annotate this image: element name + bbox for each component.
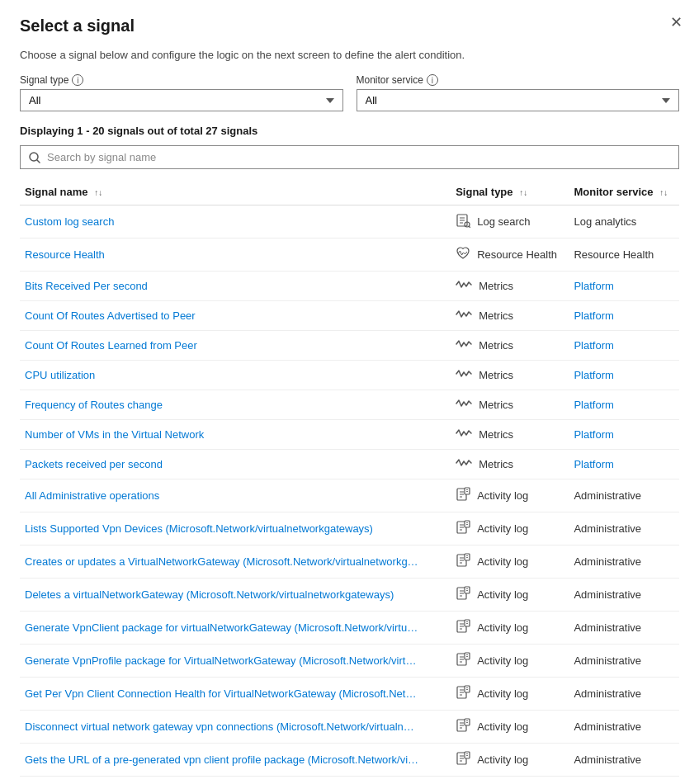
close-button[interactable]: ✕ bbox=[670, 15, 682, 30]
signal-type-cell: Activity log bbox=[451, 479, 569, 512]
signal-type-select[interactable]: All bbox=[20, 89, 343, 111]
monitor-service-cell: Administrative bbox=[569, 744, 679, 777]
signal-type-text: Metrics bbox=[479, 399, 513, 411]
monitor-service-text: Log analytics bbox=[574, 215, 636, 228]
signal-type-text: Log search bbox=[477, 215, 530, 228]
signal-name-link[interactable]: Bits Received Per second bbox=[25, 280, 148, 292]
monitor-service-select[interactable]: All bbox=[357, 89, 680, 111]
signal-name-cell: Count Of Routes Learned from Peer bbox=[20, 331, 451, 361]
signal-name-link[interactable]: Count Of Routes Learned from Peer bbox=[25, 339, 197, 352]
activity-icon bbox=[456, 520, 470, 537]
signal-name-link[interactable]: Deletes a virtualNetworkGateway (Microso… bbox=[25, 588, 394, 601]
signal-type-cell: Activity log bbox=[451, 744, 569, 777]
activity-icon bbox=[456, 586, 470, 603]
activity-icon bbox=[456, 718, 470, 735]
table-row: Gets the URL of a pre-generated vpn clie… bbox=[20, 744, 679, 777]
activity-icon bbox=[456, 487, 470, 504]
signal-type-text: Activity log bbox=[477, 687, 528, 700]
signal-type-cell: Activity log bbox=[451, 545, 569, 579]
monitor-service-text: Administrative bbox=[574, 522, 641, 535]
table-row: Number of VMs in the Virtual Network Met… bbox=[20, 420, 679, 450]
signal-name-link[interactable]: Creates or updates a VirtualNetworkGatew… bbox=[25, 555, 418, 568]
monitor-service-cell: Administrative bbox=[569, 545, 679, 579]
signal-type-cell: Metrics bbox=[451, 390, 569, 420]
monitor-service-text: Administrative bbox=[574, 588, 641, 601]
signal-type-text: Activity log bbox=[477, 522, 528, 535]
monitor-service-text: Platform bbox=[574, 309, 613, 322]
signal-name-link[interactable]: Disconnect virtual network gateway vpn c… bbox=[25, 720, 414, 733]
signal-name-link[interactable]: Gets the URL of a pre-generated vpn clie… bbox=[25, 753, 418, 766]
signal-name-cell: Resource Health bbox=[20, 239, 451, 272]
monitor-service-text: Administrative bbox=[574, 720, 641, 733]
signal-name-link[interactable]: Custom log search bbox=[25, 215, 114, 228]
signal-name-link[interactable]: Resource Health bbox=[25, 248, 105, 261]
signal-name-cell: Creates or updates a VirtualNetworkGatew… bbox=[20, 545, 451, 579]
monitor-service-text: Platform bbox=[574, 369, 613, 381]
signal-type-sort-icon[interactable] bbox=[519, 188, 527, 197]
signal-name-link[interactable]: Generate VpnProfile package for VirtualN… bbox=[25, 654, 416, 667]
signal-name-link[interactable]: CPU utilization bbox=[25, 369, 95, 381]
signal-type-cell: Metrics bbox=[451, 272, 569, 301]
signal-name-link[interactable]: Get Per Vpn Client Connection Health for… bbox=[25, 687, 416, 700]
metric-icon bbox=[456, 398, 472, 412]
signal-type-text: Activity log bbox=[477, 555, 528, 568]
monitor-service-cell: Platform bbox=[569, 272, 679, 301]
monitor-service-text: Administrative bbox=[574, 654, 641, 667]
signal-name-cell: Count Of Routes Advertised to Peer bbox=[20, 301, 451, 331]
monitor-service-text: Platform bbox=[574, 339, 613, 352]
signal-name-link[interactable]: Frequency of Routes change bbox=[25, 399, 163, 411]
monitor-service-text: Resource Health bbox=[574, 248, 654, 261]
signal-type-text: Resource Health bbox=[477, 248, 557, 261]
signal-name-link[interactable]: Packets received per second bbox=[25, 458, 163, 470]
signal-name-link[interactable]: Count Of Routes Advertised to Peer bbox=[25, 309, 196, 322]
signal-type-text: Metrics bbox=[479, 458, 513, 470]
monitor-service-filter: Monitor service i All bbox=[357, 74, 680, 111]
health-icon bbox=[456, 246, 470, 263]
activity-icon bbox=[456, 619, 470, 636]
monitor-service-text: Administrative bbox=[574, 687, 641, 700]
table-header-row: Signal name Signal type Monitor service bbox=[20, 179, 679, 205]
signal-name-cell: Get Per Vpn Client Connection Health for… bbox=[20, 678, 451, 711]
signal-type-cell: Metrics bbox=[451, 420, 569, 450]
signal-type-text: Metrics bbox=[479, 369, 513, 381]
signal-type-cell: Activity log bbox=[451, 512, 569, 545]
search-input[interactable] bbox=[47, 151, 670, 163]
signal-type-info-icon[interactable]: i bbox=[72, 74, 83, 86]
signal-type-cell: Metrics bbox=[451, 331, 569, 361]
display-count: Displaying 1 - 20 signals out of total 2… bbox=[20, 125, 679, 137]
signal-type-cell: Metrics bbox=[451, 450, 569, 479]
svg-rect-68 bbox=[465, 752, 470, 758]
signal-type-label: Signal type i bbox=[20, 74, 343, 86]
signal-name-cell: Disconnect virtual network gateway vpn c… bbox=[20, 711, 451, 744]
monitor-service-text: Platform bbox=[574, 458, 613, 470]
monitor-service-cell: Administrative bbox=[569, 711, 679, 744]
svg-rect-61 bbox=[465, 719, 470, 725]
signal-type-cell: Metrics bbox=[451, 361, 569, 390]
table-row: Count Of Routes Advertised to Peer Metri… bbox=[20, 301, 679, 331]
table-row: Custom log search Log searchLog analytic… bbox=[20, 205, 679, 239]
signal-name-cell: Generate VpnProfile package for VirtualN… bbox=[20, 645, 451, 678]
activity-icon bbox=[456, 685, 470, 702]
svg-line-1 bbox=[37, 160, 40, 163]
monitor-service-cell: Log analytics bbox=[569, 205, 679, 239]
table-row: Frequency of Routes change MetricsPlatfo… bbox=[20, 390, 679, 420]
table-row: Generate VpnProfile package for VirtualN… bbox=[20, 645, 679, 678]
metric-icon bbox=[456, 427, 472, 442]
svg-rect-12 bbox=[465, 488, 470, 494]
monitor-service-info-icon[interactable]: i bbox=[427, 74, 438, 86]
signal-name-link[interactable]: All Administrative operations bbox=[25, 489, 159, 502]
signal-name-link[interactable]: Number of VMs in the Virtual Network bbox=[25, 428, 204, 441]
col-signal-name: Signal name bbox=[20, 179, 451, 205]
monitor-service-cell: Platform bbox=[569, 331, 679, 361]
signal-name-sort-icon[interactable] bbox=[94, 188, 102, 197]
signal-type-cell: Metrics bbox=[451, 301, 569, 331]
monitor-service-sort-icon[interactable] bbox=[659, 188, 668, 197]
signal-name-link[interactable]: Lists Supported Vpn Devices (Microsoft.N… bbox=[25, 522, 373, 535]
monitor-service-text: Platform bbox=[574, 428, 613, 441]
table-row: Lists Supported Vpn Devices (Microsoft.N… bbox=[20, 512, 679, 545]
metric-icon bbox=[456, 338, 472, 352]
log-icon bbox=[456, 213, 470, 230]
signal-name-link[interactable]: Generate VpnClient package for virtualNe… bbox=[25, 621, 418, 634]
monitor-service-cell: Platform bbox=[569, 361, 679, 390]
signal-name-cell: Bits Received Per second bbox=[20, 272, 451, 301]
